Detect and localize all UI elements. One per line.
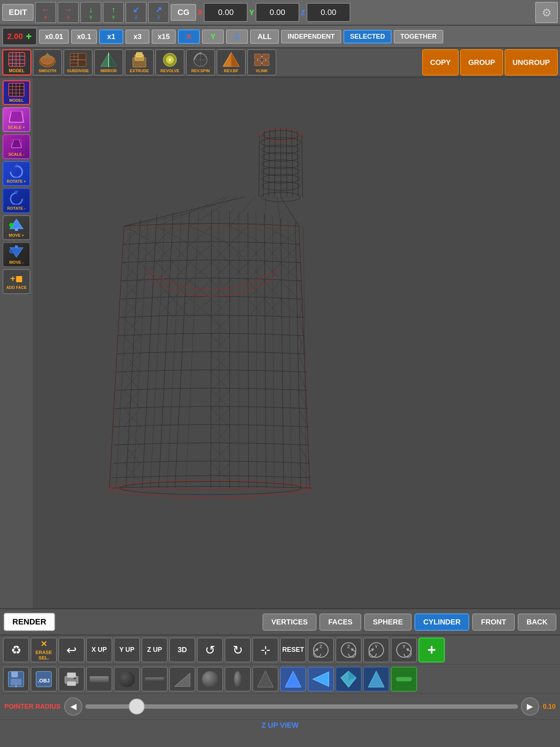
redo-button[interactable]: ↻ <box>225 638 251 662</box>
mode-together[interactable]: TOGETHER <box>394 30 443 43</box>
x-up-button[interactable]: X UP <box>86 638 112 662</box>
settings-button[interactable]: ⚙ <box>535 2 558 23</box>
blue-tri-up2-button[interactable] <box>363 667 389 692</box>
render-button[interactable]: RENDER <box>4 613 55 631</box>
erase-sel-button[interactable]: ✕ ERASESEL. <box>31 638 57 662</box>
recycle-button[interactable]: ♻ <box>3 638 29 662</box>
svg-rect-57 <box>15 229 18 231</box>
obj-button[interactable]: .OBJ <box>31 667 57 692</box>
axis-z-toggle[interactable]: Z <box>226 30 248 44</box>
slider-thumb[interactable] <box>129 698 145 715</box>
3d-button[interactable]: 3D <box>169 638 195 662</box>
edit-button[interactable]: EDIT <box>2 4 34 21</box>
slider-left-button[interactable]: ◀ <box>64 697 82 716</box>
grid-button[interactable]: ⊹ <box>252 638 279 662</box>
remove-button[interactable] <box>391 667 417 692</box>
tab-front[interactable]: FRONT <box>472 614 515 631</box>
undo-button[interactable]: ↩ <box>58 638 85 662</box>
rot-y-plus-button[interactable]: Y <box>391 638 417 662</box>
cg-button[interactable]: CG <box>171 4 196 21</box>
viewport[interactable]: .wire { stroke: #222; stroke-width: 1; f… <box>33 77 560 608</box>
reset-button[interactable]: RESET <box>280 638 306 662</box>
wedge-left-button[interactable] <box>169 667 195 692</box>
x-coord-input[interactable] <box>204 3 248 22</box>
ungroup-button[interactable]: UNGROUP <box>505 49 558 76</box>
thin-sphere-button[interactable] <box>225 667 251 692</box>
move-z-neg-button[interactable]: ↙ Z <box>125 2 147 23</box>
multiplier-x3[interactable]: x3 <box>125 30 149 44</box>
axis-x-toggle[interactable]: X <box>178 30 200 44</box>
axis-all-toggle[interactable]: ALL <box>250 30 279 44</box>
tool-revspin[interactable]: REV.SPIN <box>186 49 215 76</box>
sidebar-model-button[interactable]: MODEL <box>3 80 30 105</box>
svg-rect-267 <box>67 673 76 678</box>
slider-track[interactable] <box>85 704 518 709</box>
tool-model[interactable]: MODEL <box>2 49 31 76</box>
tab-faces[interactable]: FACES <box>319 614 361 631</box>
sidebar-move-plus-button[interactable]: MOVE + <box>3 215 30 240</box>
tab-sphere[interactable]: SPHERE <box>364 614 412 631</box>
bottom-area: RENDER VERTICES FACES SPHERE CYLINDER FR… <box>0 608 560 747</box>
rot-y-minus-button[interactable]: Y <box>363 638 389 662</box>
sidebar-rotate-plus-button[interactable]: ROTATE + <box>3 161 30 186</box>
blue-tri-right-button[interactable] <box>308 667 334 692</box>
sidebar-rotate-plus-label: ROTATE + <box>7 179 26 183</box>
sidebar-scale-minus-button[interactable]: SCALE - <box>3 134 30 159</box>
move-z-pos-button[interactable]: ↗ Z <box>148 2 169 23</box>
move-x-neg-button[interactable]: ← X <box>35 2 56 23</box>
y-coord-input[interactable] <box>256 3 299 22</box>
rot-z-minus-button[interactable]: Z <box>308 638 334 662</box>
sidebar-scale-plus-button[interactable]: SCALE + <box>3 107 30 132</box>
sidebar-add-face-button[interactable]: +◼ ADD FACE <box>3 269 30 294</box>
group-button[interactable]: GROUP <box>460 49 503 76</box>
blue-gem-button[interactable] <box>335 667 362 692</box>
rot-z-plus-button[interactable]: Z <box>335 638 362 662</box>
sidebar-add-face-label: ADD FACE <box>6 285 27 290</box>
multiplier-x01[interactable]: x0.1 <box>71 30 97 44</box>
move-x-pos-button[interactable]: → X <box>58 2 79 23</box>
mode-selected[interactable]: SELECTED <box>343 30 392 43</box>
svg-rect-32 <box>262 54 269 59</box>
multiplier-x1[interactable]: x1 <box>99 30 123 44</box>
blue-tri-up-button[interactable] <box>280 667 306 692</box>
tab-back[interactable]: BACK <box>518 614 556 631</box>
print-button[interactable] <box>58 667 85 692</box>
axis-y-toggle[interactable]: Y <box>202 30 224 44</box>
mode-independent[interactable]: INDEPENDENT <box>281 30 341 43</box>
tool-mirror[interactable]: MIRROR <box>94 49 123 76</box>
flat-shape-button[interactable] <box>86 667 112 692</box>
tool-extrude[interactable]: EXTRUDE <box>125 49 154 76</box>
tool-vlink[interactable]: VLINK <box>247 49 276 76</box>
half-sphere-button[interactable] <box>197 667 223 692</box>
z-up-label: Z UP <box>147 646 162 654</box>
save-button[interactable]: ▼ <box>3 667 29 692</box>
flat-thin-icon <box>145 677 164 681</box>
tool-smooth[interactable]: SMOOTH <box>33 49 62 76</box>
tool-revolve-label: REVOLVE <box>160 69 179 73</box>
tool-revbf[interactable]: REV.BF <box>217 49 246 76</box>
step-plus-button[interactable]: + <box>26 31 32 42</box>
z-coord-input[interactable] <box>307 3 350 22</box>
z-up-button[interactable]: Z UP <box>141 638 168 662</box>
tab-cylinder[interactable]: CYLINDER <box>415 614 469 631</box>
tool-revolve[interactable]: REVOLVE <box>155 49 184 76</box>
copy-button[interactable]: COPY <box>422 49 459 76</box>
y-up-button[interactable]: Y UP <box>114 638 140 662</box>
move-y-neg-button[interactable]: ↓ Y <box>80 2 101 23</box>
add-button[interactable]: + <box>419 638 445 662</box>
erase-icon: ✕ <box>40 639 47 649</box>
multiplier-x001[interactable]: x0.01 <box>39 30 69 44</box>
cone-button[interactable] <box>252 667 279 692</box>
flat-thin-button[interactable] <box>141 667 168 692</box>
sidebar-rotate-minus-button[interactable]: ROTATE - <box>3 188 30 213</box>
y-neg-label: Y <box>89 15 93 20</box>
tab-vertices[interactable]: VERTICES <box>262 614 316 631</box>
move-y-pos-button[interactable]: ↑ Y <box>103 2 124 23</box>
slider-right-button[interactable]: ▶ <box>521 697 539 716</box>
sidebar-move-minus-button[interactable]: MOVE - <box>3 242 30 267</box>
sphere-dark-button[interactable] <box>114 667 140 692</box>
svg-rect-268 <box>67 681 76 686</box>
undo2-button[interactable]: ↺ <box>197 638 223 662</box>
tool-subdivide[interactable]: SUBDIVIDE <box>63 49 93 76</box>
multiplier-x15[interactable]: x15 <box>152 30 176 44</box>
